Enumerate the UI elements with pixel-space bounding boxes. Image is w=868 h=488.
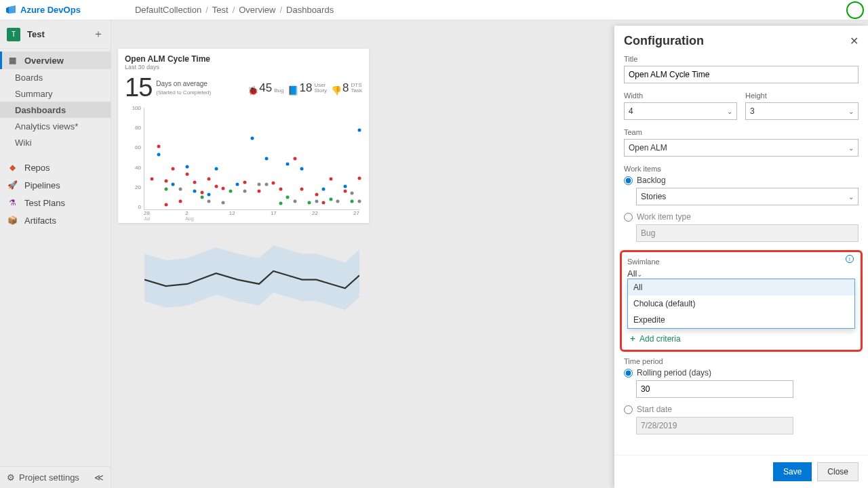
- data-point: [293, 157, 296, 161]
- breadcrumb-item[interactable]: DefaultCollection: [135, 5, 201, 15]
- data-point: [293, 200, 296, 203]
- test-plans-icon: ⚗: [7, 197, 18, 208]
- data-point: [322, 188, 326, 191]
- grid-icon: ▦: [7, 55, 18, 66]
- backlog-radio-label: Backlog: [637, 176, 666, 185]
- nav-overview[interactable]: ▦ Overview: [0, 52, 111, 69]
- data-point: [200, 190, 203, 194]
- legend-dts-task: 👎 8 DTSTask: [332, 81, 362, 95]
- data-point: [279, 188, 282, 191]
- data-point: [236, 182, 239, 186]
- dts-task-icon: 👎: [332, 87, 340, 95]
- height-label: Height: [745, 92, 859, 100]
- data-point: [243, 180, 246, 184]
- data-point: [157, 153, 161, 157]
- product-logo[interactable]: Azure DevOps: [5, 5, 81, 16]
- cycle-time-chart: 100806040200 28Jul2Aug12172227: [125, 105, 362, 224]
- data-point: [336, 200, 340, 203]
- nav-dashboards[interactable]: Dashboards: [0, 102, 111, 118]
- data-point: [229, 190, 232, 193]
- breadcrumb-item[interactable]: Overview: [239, 5, 275, 15]
- data-point: [286, 196, 290, 199]
- nav-artifacts[interactable]: 📦Artifacts: [0, 211, 111, 229]
- data-point: [172, 167, 175, 171]
- data-point: [193, 190, 196, 193]
- widget-title: Open ALM Cycle Time: [125, 54, 362, 64]
- project-settings[interactable]: ⚙Project settings ≪: [0, 466, 111, 488]
- chevron-down-icon: ⌄: [637, 270, 642, 278]
- data-point: [343, 184, 347, 188]
- backlog-select[interactable]: Stories⌄: [636, 188, 859, 205]
- data-point: [264, 182, 268, 186]
- data-point: [208, 200, 211, 203]
- project-tile: T: [7, 28, 20, 41]
- configuration-panel: Configuration ✕ Title Width 4⌄ Height 3⌄…: [614, 26, 868, 488]
- project-selector[interactable]: T Test ＋: [0, 20, 111, 49]
- swimlane-option[interactable]: Expedite: [628, 312, 854, 328]
- swimlane-dropdown: AllCholuca (default)Expedite: [627, 279, 855, 329]
- nav-repos[interactable]: ◆Repos: [0, 159, 111, 176]
- data-point: [222, 186, 225, 190]
- data-point: [186, 172, 189, 176]
- chevron-down-icon: ⌄: [848, 193, 854, 201]
- cycle-time-widget[interactable]: Open ALM Cycle Time Last 30 days 15 Days…: [118, 49, 369, 223]
- data-point: [351, 200, 354, 203]
- data-point: [208, 178, 211, 181]
- svg-marker-2: [144, 245, 359, 310]
- profile-avatar[interactable]: [846, 1, 864, 19]
- work-item-type-radio[interactable]: [624, 213, 633, 222]
- swimlane-option[interactable]: All: [628, 279, 854, 296]
- data-point: [279, 202, 282, 205]
- save-button[interactable]: Save: [773, 462, 812, 481]
- artifacts-icon: 📦: [7, 215, 18, 226]
- data-point: [308, 201, 311, 204]
- nav-test-plans[interactable]: ⚗Test Plans: [0, 194, 111, 211]
- side-nav: T Test ＋ ▦ Overview Boards Summary Dashb…: [0, 20, 111, 488]
- data-point: [329, 198, 332, 201]
- data-point: [358, 200, 361, 203]
- close-button-footer[interactable]: Close: [817, 462, 859, 481]
- breadcrumb-item[interactable]: Test: [212, 5, 229, 15]
- nav-summary[interactable]: Summary: [0, 85, 111, 102]
- rolling-period-input[interactable]: [636, 380, 793, 398]
- width-label: Width: [624, 92, 737, 100]
- breadcrumb: DefaultCollection/ Test/ Overview/ Dashb…: [135, 5, 334, 15]
- start-date-label: Start date: [637, 405, 672, 414]
- breadcrumb-item[interactable]: Dashboards: [286, 5, 334, 15]
- nav-boards[interactable]: Boards: [0, 69, 111, 85]
- product-name: Azure DevOps: [20, 5, 81, 15]
- width-select[interactable]: 4⌄: [624, 102, 737, 120]
- height-select[interactable]: 3⌄: [745, 102, 859, 120]
- team-select[interactable]: Open ALM⌄: [624, 139, 859, 157]
- svg-marker-0: [6, 7, 9, 14]
- nav-wiki[interactable]: Wiki: [0, 134, 111, 150]
- data-point: [200, 196, 203, 199]
- data-point: [315, 192, 318, 196]
- info-icon[interactable]: i: [846, 255, 854, 263]
- data-point: [222, 201, 225, 204]
- nav-pipelines[interactable]: 🚀Pipelines: [0, 176, 111, 194]
- backlog-radio[interactable]: [624, 176, 633, 185]
- data-point: [358, 176, 361, 180]
- rolling-period-label: Rolling period (days): [637, 368, 711, 378]
- data-point: [164, 203, 167, 206]
- data-point: [315, 200, 318, 203]
- start-date-radio[interactable]: [624, 405, 633, 414]
- data-point: [186, 165, 189, 169]
- pipelines-icon: 🚀: [7, 180, 18, 190]
- swimlane-select[interactable]: All⌄: [627, 268, 855, 279]
- data-point: [150, 178, 153, 181]
- swimlane-option[interactable]: Choluca (default): [628, 296, 854, 312]
- start-date-input: [636, 417, 793, 434]
- close-button[interactable]: ✕: [850, 35, 859, 47]
- add-criteria-link[interactable]: ＋ Add criteria: [629, 333, 855, 344]
- rolling-period-radio[interactable]: [624, 369, 633, 378]
- title-input[interactable]: [624, 66, 859, 83]
- nav-analytics-views[interactable]: Analytics views*: [0, 118, 111, 134]
- data-point: [329, 178, 332, 181]
- data-point: [272, 182, 275, 185]
- collapse-icon[interactable]: ≪: [94, 472, 104, 483]
- data-point: [358, 129, 361, 132]
- widget-subtitle: Last 30 days: [125, 64, 362, 70]
- add-icon[interactable]: ＋: [93, 27, 104, 41]
